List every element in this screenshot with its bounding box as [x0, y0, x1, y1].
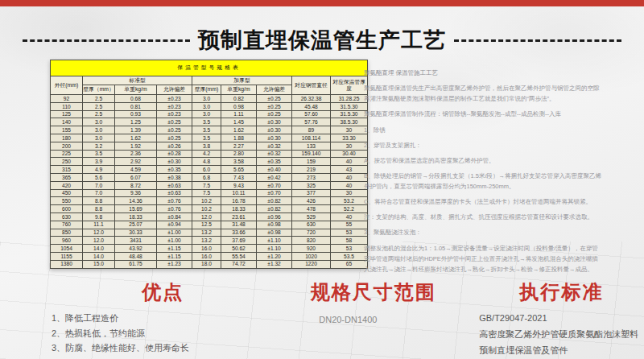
table-cell: ±0.32: [257, 142, 292, 150]
table-cell: 3.5: [83, 150, 115, 158]
table-cell: 12.0: [192, 213, 221, 221]
table-cell: 12.5: [192, 221, 221, 229]
table-cell: 9.43: [221, 181, 257, 189]
table-cell: 4.8: [192, 158, 221, 166]
table-cell: 550: [51, 197, 83, 205]
table-cell: ±0.63: [157, 189, 192, 197]
table-cell: 3.0: [83, 134, 115, 142]
table-cell: 155: [51, 126, 83, 134]
table-cell: 1155: [51, 252, 83, 260]
table-cell: 960: [51, 237, 83, 245]
table-cell: 225: [51, 150, 83, 158]
table-cell: 7.0: [83, 189, 115, 197]
table-cell: 0.82: [221, 94, 257, 102]
table-cell: ±0.35: [257, 158, 292, 166]
standard-lines: GB/T29047-2021高密度聚乙烯外护管硬质聚氨酯泡沫塑料预制直埋保温管及…: [479, 310, 644, 358]
col-header-wall-thick: 壁厚(mm): [192, 85, 221, 94]
table-cell: ±0.82: [257, 197, 292, 205]
table-cell: 1.62: [221, 126, 257, 134]
table-cell: 30.40: [331, 150, 368, 158]
table-cell: 52.2: [331, 205, 368, 213]
table-cell: 2.27: [221, 142, 257, 150]
table-cell: 57.60: [292, 110, 331, 118]
table-cell: ±0.98: [257, 229, 292, 237]
table-cell: 3.9: [83, 158, 115, 166]
table-cell: 11.1: [83, 221, 115, 229]
table-cell: 12.0: [83, 237, 115, 245]
table-cell: 0.98: [221, 102, 257, 110]
spec-table: 保温管型号规格表 外径(mm) 标准型 加厚型 对应钢管直径 对应保温管厚度 壁…: [50, 60, 368, 269]
table-cell: ±1.15: [157, 252, 192, 260]
table-cell: 30.33: [115, 229, 157, 237]
table-cell: 4.59: [115, 166, 157, 174]
advantages-section: 优点 1、降低工程造价2、热损耗低，节约能源3、防腐、绝缘性能好、使用寿命长4、…: [42, 279, 283, 359]
table-cell: 43: [331, 166, 368, 174]
table-row: 1803.01.62±0.253.51.88±0.30108.11433.30: [51, 134, 368, 142]
table-row: 96012.03431±1.0013.237.69±1.1082058: [51, 237, 368, 245]
table-row: 1553.01.39±0.253.51.62±0.308930: [51, 126, 368, 134]
table-cell: ±0.25: [157, 118, 192, 126]
size-range-title: 规格尺寸范围: [301, 279, 445, 305]
col-header-wall-std: 壁厚（mm）: [83, 85, 115, 94]
table-cell: 920: [292, 245, 331, 253]
size-range-value: DN20-DN1400: [301, 315, 445, 324]
table-cell: 48.48: [115, 252, 157, 260]
table-cell: 53: [331, 245, 368, 253]
table-cell: 31.5.30: [331, 102, 368, 110]
table-cell: 420: [51, 181, 83, 189]
col-header-deviation-std: 允许偏差: [157, 85, 192, 94]
table-cell: 3.0: [192, 110, 221, 118]
table-cell: ±0.25: [257, 94, 292, 102]
table-cell: 92: [51, 94, 83, 102]
table-row: 138015.061.75±1.2318.074.72±1.32122065: [51, 260, 368, 268]
table-cell: 315: [51, 166, 83, 174]
advantages-title: 优点: [42, 279, 283, 305]
table-cell: 18.33: [221, 205, 257, 213]
table-cell: ±1.15: [157, 245, 192, 253]
table-cell: 7.43: [221, 173, 257, 181]
table-cell: 180: [51, 134, 83, 142]
table-cell: 7.5: [192, 181, 221, 189]
table-cell: ±0.84: [157, 213, 192, 221]
top-accent-bar: [0, 0, 644, 6]
table-row: 6008.815.69±0.7610.218.33±0.8247852.2: [51, 205, 368, 213]
table-cell: 630: [292, 221, 331, 229]
table-cell: ±0.30: [257, 118, 292, 126]
article-heading: 聚氨酯直埋 保温管施工工艺: [364, 68, 602, 78]
table-cell: 13.2: [192, 229, 221, 237]
table-cell: ±0.94: [157, 221, 192, 229]
table-cell: 8.8: [83, 205, 115, 213]
table-cell: 30: [331, 126, 368, 134]
article-paragraph: 注：支架的结构、高度、材质、捆扎方式、抗压强度应根据芯管直径和设计要求选取。: [364, 212, 602, 222]
table-cell: ±0.38: [157, 173, 192, 181]
table-row: 2003.21.92±0.263.82.27±0.3213330: [51, 142, 368, 150]
advantage-item: 4、占地少、施工快、有利于环境保护: [52, 356, 283, 359]
table-cell: 13.2: [192, 237, 221, 245]
table-cell: 9.8: [83, 213, 115, 221]
table-cell: 31.5.30: [331, 110, 368, 118]
table-cell: 2.5: [83, 94, 115, 102]
process-article: 聚氨酯直埋 保温管施工工艺 聚氨酯直埋保温管先生产出高密度聚乙烯外护管，然后在聚…: [364, 68, 602, 279]
table-cell: 4.9: [83, 166, 115, 174]
article-paragraph: 1、除锈: [364, 125, 602, 135]
standard-line: 高密度聚乙烯外护管硬质聚氨酯泡沫塑料预制直埋保温管及管件: [479, 326, 644, 358]
table-cell: 630: [51, 213, 83, 221]
table-cell: 6.07: [115, 173, 157, 181]
table-row: 85012.030.33±1.0013.233.66±0.9872053: [51, 229, 368, 237]
standard-title: 执行标准: [479, 279, 644, 305]
table-cell: 33.66: [221, 229, 257, 237]
table-cell: 325: [292, 181, 331, 189]
table-cell: 1.25: [115, 118, 157, 126]
table-cell: 3.58: [221, 158, 257, 166]
table-cell: ±0.42: [257, 173, 292, 181]
table-cell: 426: [292, 197, 331, 205]
col-header-weight-thick: 单重kg/m: [221, 85, 257, 94]
article-paragraph: 3、聚氨酯浇注发泡：: [364, 227, 602, 237]
table-cell: 2.5: [83, 102, 115, 110]
table-cell: 10.2: [192, 205, 221, 213]
advantage-item: 3、防腐、绝缘性能好、使用寿命长: [52, 340, 283, 356]
table-cell: 8.8: [83, 197, 115, 205]
table-cell: 159: [292, 158, 331, 166]
table-cell: 5.65: [221, 166, 257, 174]
table-row: 4507.09.36±0.637.510.11±0.7037730: [51, 189, 368, 197]
